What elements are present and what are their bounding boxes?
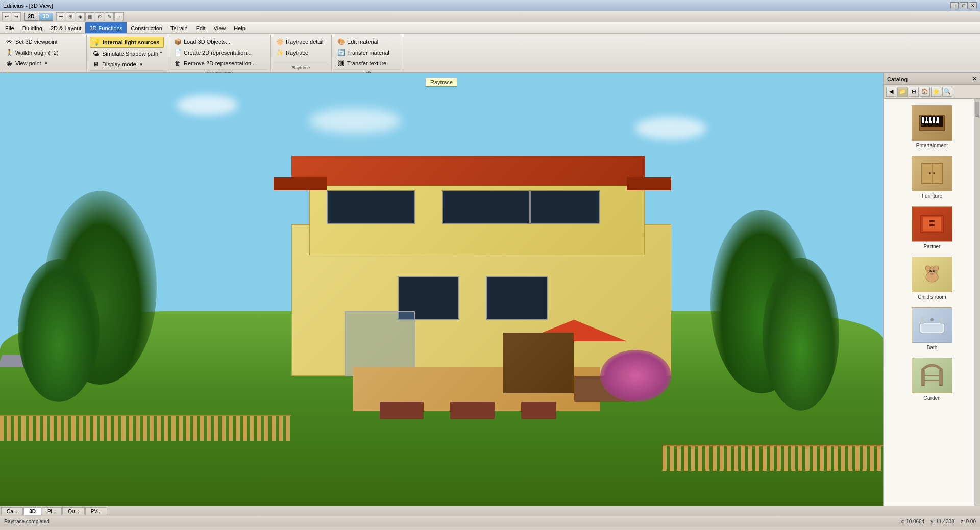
menu-3d-functions[interactable]: 3D Functions xyxy=(85,22,127,33)
z-label: z: xyxy=(961,519,965,524)
ribbon-btn-raytrace-detail[interactable]: 🔆 Raytrace detail xyxy=(274,37,325,47)
x-value: 10.0664 xyxy=(906,519,924,524)
catalog-item-garden[interactable]: Garden xyxy=(889,356,975,403)
catalog-item-bath[interactable]: Bath xyxy=(889,305,975,352)
transfer-material-icon: 🔄 xyxy=(337,48,345,57)
create2d-icon: 📄 xyxy=(174,48,182,57)
undo-button[interactable]: ↩ xyxy=(2,12,11,21)
ribbon-btn-internal-light[interactable]: 💡 Internal light sources xyxy=(90,37,164,48)
mode-3d-button[interactable]: 3D xyxy=(39,13,53,21)
coords-display: x: 10.0664 y: 11.4338 z: 0.00 xyxy=(901,519,976,524)
planter-2 xyxy=(450,402,495,419)
catalog-back-button[interactable]: ◀ xyxy=(886,87,896,97)
catalog-item-childs-room[interactable]: Child's room xyxy=(889,255,975,302)
window-upper-2 xyxy=(442,190,530,225)
toolbar-btn-3[interactable]: ◈ xyxy=(76,12,85,21)
child-svg xyxy=(917,262,947,287)
catalog-close-icon[interactable]: ✕ xyxy=(972,75,977,82)
ribbon-btn-transfer-texture[interactable]: 🖼 Transfer texture xyxy=(335,58,391,68)
menu-terrain[interactable]: Terrain xyxy=(166,22,192,33)
app-title: Edificius - [3D View] xyxy=(3,3,53,9)
svg-point-14 xyxy=(933,172,935,174)
menu-file[interactable]: File xyxy=(1,22,18,33)
toolbar-btn-2[interactable]: ⊞ xyxy=(66,12,75,21)
catalog-tab-grid[interactable]: ⊞ xyxy=(909,87,919,97)
ribbon-group-general: 👁 Set 3D viewpoint 🚶 Walkthrough (F2) ◉ … xyxy=(0,35,87,71)
mode-2d-button[interactable]: 2D xyxy=(24,13,38,21)
ribbon-group-lighting: 💡 Internal light sources 🌤 Simulate Shad… xyxy=(87,35,168,71)
minimize-button[interactable]: ─ xyxy=(950,2,959,9)
bottom-tab-ca[interactable]: Ca... xyxy=(1,507,23,515)
maximize-button[interactable]: □ xyxy=(960,2,968,9)
planter-3 xyxy=(521,402,556,419)
menu-view[interactable]: View xyxy=(210,22,230,33)
set3d-icon: 👁 xyxy=(5,38,13,46)
raytrace-icon: ✨ xyxy=(276,48,284,57)
svg-point-20 xyxy=(925,266,930,271)
ribbon-btn-walkthrough[interactable]: 🚶 Walkthrough (F2) xyxy=(3,47,61,58)
toolbar-btn-1[interactable]: ☰ xyxy=(56,12,65,21)
catalog-img-bath xyxy=(912,307,952,343)
catalog-label-furniture: Furniture xyxy=(922,193,942,199)
svg-point-21 xyxy=(934,266,939,271)
catalog-tab-home[interactable]: 🏠 xyxy=(920,87,930,97)
ribbon-btn-remove-2d[interactable]: 🗑 Remove 2D-representation... xyxy=(172,58,258,68)
toolbar-btn-5[interactable]: ⊙ xyxy=(95,12,104,21)
close-button[interactable]: ✕ xyxy=(969,2,977,9)
catalog-label-partner: Partner xyxy=(924,244,941,249)
catalog-tab-folder[interactable]: 📁 xyxy=(897,87,908,97)
bottom-tab-pl[interactable]: Pl... xyxy=(42,507,62,515)
menu-edit[interactable]: Edit xyxy=(192,22,210,33)
x-label: x: xyxy=(901,519,905,524)
ribbon-btn-edit-material[interactable]: 🎨 Edit material xyxy=(335,37,391,47)
titlebar: Edificius - [3D View] ─ □ ✕ xyxy=(0,0,980,11)
window-lower-2 xyxy=(486,276,548,320)
svg-rect-8 xyxy=(927,117,929,121)
catalog-scrollbar[interactable] xyxy=(974,99,980,506)
y-value: 11.4338 xyxy=(936,519,954,524)
catalog-item-entertainment[interactable]: Entertainment xyxy=(889,103,975,150)
ribbon-btn-transfer-material[interactable]: 🔄 Transfer material xyxy=(335,47,391,58)
svg-rect-16 xyxy=(923,217,941,231)
catalog-item-partner[interactable]: Partner xyxy=(889,204,975,251)
catalog-item-furniture[interactable]: Furniture xyxy=(889,154,975,201)
catalog-label-garden: Garden xyxy=(923,395,940,401)
bottom-tab-qu[interactable]: Qu... xyxy=(62,507,85,515)
toolbar-btn-4[interactable]: ▦ xyxy=(85,12,94,21)
window-controls: ─ □ ✕ xyxy=(950,2,977,9)
ribbon-btn-create-2d[interactable]: 📄 Create 2D representation... xyxy=(172,47,258,58)
ribbon-btn-set3d[interactable]: 👁 Set 3D viewpoint xyxy=(3,37,61,47)
ribbon-btn-simulate-shadow[interactable]: 🌤 Simulate Shadow path " xyxy=(90,48,164,59)
catalog-scrollbar-thumb[interactable] xyxy=(975,102,979,117)
partner-svg xyxy=(917,211,947,237)
bottom-tabs: Ca... 3D Pl... Qu... PV... xyxy=(0,506,980,516)
ribbon-group-raytrace: 🔆 Raytrace detail ✨ Raytrace Raytrace xyxy=(271,35,332,71)
svg-point-23 xyxy=(929,270,932,272)
catalog-img-childs-room xyxy=(912,257,952,292)
bath-svg xyxy=(917,312,947,338)
ribbon-btn-display-mode[interactable]: 🖥 Display mode ▼ xyxy=(90,59,164,69)
svg-rect-33 xyxy=(940,370,942,386)
toolbar-btn-7[interactable]: → xyxy=(114,12,124,21)
bottom-tab-3d[interactable]: 3D xyxy=(23,507,41,515)
catalog-tab-search[interactable]: 🔍 xyxy=(942,87,952,97)
ribbon-btn-viewpoint[interactable]: ◉ View point ▼ xyxy=(3,58,61,68)
menu-help[interactable]: Help xyxy=(230,22,250,33)
viewport[interactable]: Raytrace xyxy=(0,73,883,506)
toolbar-btn-6[interactable]: ✎ xyxy=(105,12,114,21)
redo-button[interactable]: ↪ xyxy=(12,12,21,21)
cloud-2 xyxy=(309,108,401,134)
catalog-img-partner xyxy=(912,206,952,242)
ribbon-btn-raytrace[interactable]: ✨ Raytrace xyxy=(274,47,325,58)
svg-rect-29 xyxy=(940,317,943,324)
bottom-tab-pv[interactable]: PV... xyxy=(85,507,107,515)
transfer-texture-icon: 🖼 xyxy=(337,59,345,67)
catalog-tab-star[interactable]: ⭐ xyxy=(931,87,941,97)
ribbon-btn-load-3d[interactable]: 📦 Load 3D Objects... xyxy=(172,37,258,47)
catalog-title: Catalog xyxy=(887,76,908,82)
svg-rect-28 xyxy=(921,317,924,324)
menu-construction[interactable]: Construction xyxy=(127,22,166,33)
svg-point-13 xyxy=(929,172,931,174)
menu-building[interactable]: Building xyxy=(18,22,46,33)
menu-2d-layout[interactable]: 2D & Layout xyxy=(46,22,86,33)
